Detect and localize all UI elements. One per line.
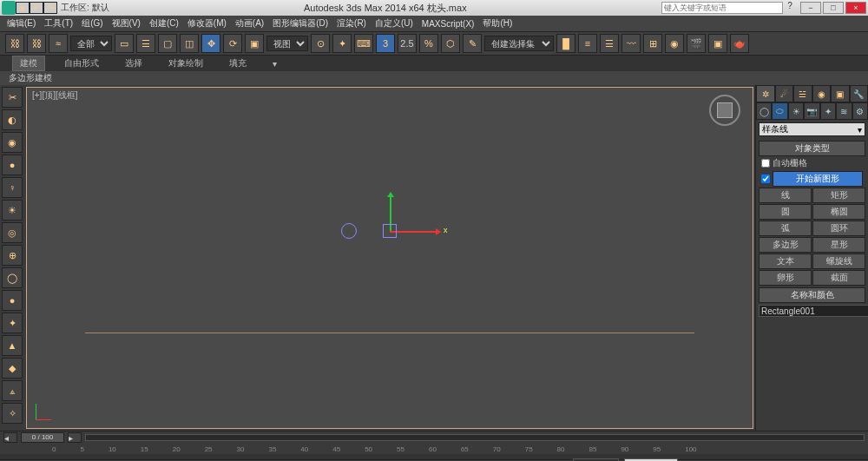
help-search-input[interactable] <box>661 2 783 14</box>
schematic-icon[interactable]: ⊞ <box>643 34 662 53</box>
helix-button[interactable]: 螺旋线 <box>812 254 865 269</box>
rollout-name-color[interactable]: 名称和颜色 <box>759 287 865 303</box>
link-icon[interactable]: ⛓ <box>5 34 24 53</box>
arc-button[interactable]: 弧 <box>759 221 812 236</box>
render-icon[interactable]: 🫖 <box>730 34 749 53</box>
menu-help[interactable]: 帮助(H) <box>479 17 516 30</box>
tool-icon-5[interactable]: ♀ <box>2 177 23 198</box>
time-track[interactable] <box>85 434 865 441</box>
move-icon[interactable]: ✥ <box>201 34 220 53</box>
time-prev-icon[interactable]: ◂ <box>3 432 17 443</box>
menu-tools[interactable]: 工具(T) <box>41 17 76 30</box>
rollout-object-type[interactable]: 对象类型 <box>759 141 865 156</box>
render-frame-icon[interactable]: ▣ <box>708 34 727 53</box>
select-region-icon[interactable]: ▢ <box>158 34 177 53</box>
text-button[interactable]: 文本 <box>759 254 812 269</box>
ref-coord-dropdown[interactable]: 视图 <box>266 36 308 51</box>
menu-render[interactable]: 渲染(R) <box>333 17 370 30</box>
unlink-icon[interactable]: ⛓ <box>27 34 46 53</box>
minimize-button[interactable]: − <box>800 2 821 14</box>
selection-filter-dropdown[interactable]: 全部 <box>70 36 112 51</box>
curve-editor-icon[interactable]: 〰 <box>621 34 641 53</box>
time-next-icon[interactable]: ▸ <box>68 432 82 443</box>
menu-group[interactable]: 组(G) <box>78 17 106 30</box>
gizmo-x-axis[interactable] <box>390 231 440 233</box>
menu-animation[interactable]: 动画(A) <box>232 17 267 30</box>
utilities-tab-icon[interactable]: 🔧 <box>850 85 869 102</box>
menu-edit[interactable]: 编辑(E) <box>3 17 39 30</box>
viewport-top[interactable]: [+][顶][线框] x <box>26 87 753 429</box>
named-selection-dropdown[interactable]: 创建选择集 <box>484 36 554 51</box>
close-button[interactable]: × <box>845 2 866 14</box>
mirror-icon[interactable]: ▐▌ <box>556 34 575 53</box>
tool-icon-11[interactable]: ✦ <box>2 313 23 333</box>
shapes-icon[interactable]: ⬭ <box>772 102 787 120</box>
ribbon-tab-modeling[interactable]: 建模 <box>12 56 45 71</box>
undo-icon[interactable]: ↶ <box>30 2 43 14</box>
menu-customize[interactable]: 自定义(U) <box>372 17 417 30</box>
menu-create[interactable]: 创建(C) <box>146 17 182 30</box>
ribbon-tab-populate[interactable]: 填充 <box>222 56 253 70</box>
maximize-button[interactable]: □ <box>823 2 844 14</box>
select-name-icon[interactable]: ☰ <box>136 34 155 53</box>
align-icon[interactable]: ≡ <box>578 34 597 53</box>
percent-snap-icon[interactable]: % <box>419 34 438 53</box>
keymode-icon[interactable]: ⌨ <box>354 34 373 53</box>
object-name-input[interactable] <box>759 305 868 317</box>
menu-views[interactable]: 视图(V) <box>108 17 144 30</box>
viewport-label[interactable]: [+][顶][线框] <box>32 89 78 102</box>
tool-icon-9[interactable]: ◯ <box>2 267 23 288</box>
render-setup-icon[interactable]: 🎬 <box>687 34 706 53</box>
ribbon-tab-freeform[interactable]: 自由形式 <box>57 56 106 70</box>
ribbon-tab-objpaint[interactable]: 对象绘制 <box>161 56 210 70</box>
rotate-icon[interactable]: ⟳ <box>223 34 242 53</box>
hierarchy-tab-icon[interactable]: ☱ <box>793 85 812 102</box>
scale-icon[interactable]: ▣ <box>245 34 264 53</box>
menu-graph[interactable]: 图形编辑器(D) <box>269 17 332 30</box>
helpers-icon[interactable]: ✦ <box>820 102 836 120</box>
star-button[interactable]: 星形 <box>812 237 865 253</box>
layer-icon[interactable]: ☰ <box>600 34 619 53</box>
egg-button[interactable]: 卵形 <box>759 270 812 286</box>
cameras-icon[interactable]: 📷 <box>804 102 819 120</box>
ellipse-button[interactable]: 椭圆 <box>812 204 865 220</box>
tool-icon-10[interactable]: ● <box>2 290 23 311</box>
section-button[interactable]: 截面 <box>812 270 865 286</box>
window-crossing-icon[interactable]: ◫ <box>180 34 199 53</box>
systems-icon[interactable]: ⚙ <box>852 102 868 120</box>
spinner-snap-icon[interactable]: ⬡ <box>441 34 460 53</box>
viewcube[interactable] <box>709 95 740 126</box>
create-tab-icon[interactable]: ✲ <box>756 85 775 102</box>
rectangle-button[interactable]: 矩形 <box>812 188 865 203</box>
material-icon[interactable]: ◉ <box>665 34 684 53</box>
tool-icon-13[interactable]: ◆ <box>2 358 23 379</box>
tool-icon-4[interactable]: ● <box>2 155 23 175</box>
line-button[interactable]: 线 <box>759 188 812 203</box>
tool-icon-2[interactable]: ◐ <box>2 109 23 130</box>
ngon-button[interactable]: 多边形 <box>759 237 812 253</box>
ribbon-tab-selection[interactable]: 选择 <box>118 56 149 70</box>
pivot-icon[interactable]: ⊙ <box>311 34 330 53</box>
rectangle-shape[interactable] <box>383 224 397 238</box>
start-new-shape-button[interactable]: 开始新图形 <box>773 171 863 187</box>
tool-icon-7[interactable]: ◎ <box>2 222 23 243</box>
redo-icon[interactable]: ↷ <box>43 2 57 14</box>
tool-icon-12[interactable]: ▲ <box>2 335 23 356</box>
snap-icon[interactable]: 3 <box>376 34 395 53</box>
category-dropdown[interactable]: 样条线▾ <box>759 122 865 136</box>
workspace-dropdown[interactable]: 工作区: 默认 <box>61 2 109 14</box>
tool-icon-3[interactable]: ◉ <box>2 132 23 153</box>
tool-icon-14[interactable]: ⟁ <box>2 380 23 401</box>
tool-icon-1[interactable]: ✂ <box>2 87 23 108</box>
donut-button[interactable]: 圆环 <box>812 221 865 236</box>
tool-icon-8[interactable]: ⊕ <box>2 245 23 266</box>
circle-button[interactable]: 圆 <box>759 204 812 220</box>
menu-modifiers[interactable]: 修改器(M) <box>184 17 230 30</box>
edit-named-icon[interactable]: ✎ <box>463 34 482 53</box>
manip-icon[interactable]: ✦ <box>332 34 352 53</box>
display-tab-icon[interactable]: ▣ <box>831 85 850 102</box>
modify-tab-icon[interactable]: ☄ <box>775 85 794 102</box>
spacewarps-icon[interactable]: ≋ <box>836 102 852 120</box>
help-icon[interactable]: ? <box>783 1 797 15</box>
autogrid-checkbox[interactable] <box>761 159 770 168</box>
